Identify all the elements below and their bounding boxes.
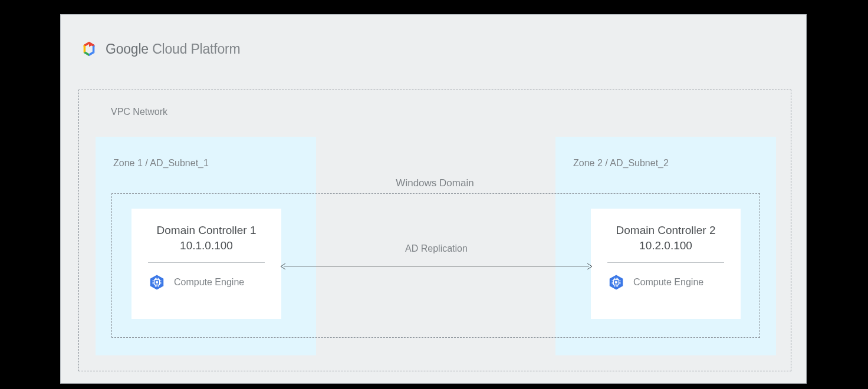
dc1-divider — [148, 262, 265, 263]
vpc-network-label: VPC Network — [111, 107, 167, 117]
replication-arrow: AD Replication — [280, 258, 593, 275]
svg-rect-9 — [156, 281, 158, 283]
domain-controller-1-card: Domain Controller 1 10.1.0.100 — [131, 209, 281, 319]
dc2-ip: 10.2.0.100 — [607, 239, 724, 253]
compute-engine-icon — [148, 273, 166, 291]
svg-marker-2 — [84, 45, 86, 52]
compute-engine-icon — [607, 273, 625, 291]
dc1-engine-row: Compute Engine — [148, 273, 265, 291]
brand-rest: Cloud Platform — [149, 41, 241, 57]
dc2-divider — [607, 262, 724, 263]
windows-domain-label: Windows Domain — [79, 177, 791, 189]
arrow-line — [284, 266, 589, 266]
domain-controller-2-card: Domain Controller 2 10.2.0.100 — [591, 209, 741, 319]
dc2-title: Domain Controller 2 — [607, 223, 724, 239]
gcp-header: Google Cloud Platform — [81, 41, 240, 57]
zone-2-label: Zone 2 / AD_Subnet_2 — [573, 158, 669, 169]
arrowhead-right-icon — [587, 263, 593, 270]
dc1-title: Domain Controller 1 — [148, 223, 265, 239]
replication-label: AD Replication — [280, 243, 593, 254]
dc1-ip: 10.1.0.100 — [148, 239, 265, 253]
brand-bold: Google — [106, 41, 149, 57]
diagram-canvas: Google Cloud Platform VPC Network Zone 1… — [60, 14, 807, 384]
gcp-logo-icon — [81, 41, 97, 57]
dc2-engine-label: Compute Engine — [633, 277, 703, 288]
vpc-network-box: VPC Network Zone 1 / AD_Subnet_1 Zone 2 … — [78, 90, 791, 371]
dc1-engine-label: Compute Engine — [174, 277, 244, 288]
svg-marker-3 — [93, 45, 95, 52]
dc2-engine-row: Compute Engine — [607, 273, 724, 291]
zone-1-label: Zone 1 / AD_Subnet_1 — [113, 158, 209, 169]
arrowhead-left-icon — [280, 263, 286, 270]
gcp-header-text: Google Cloud Platform — [106, 41, 240, 57]
svg-rect-24 — [615, 281, 617, 283]
